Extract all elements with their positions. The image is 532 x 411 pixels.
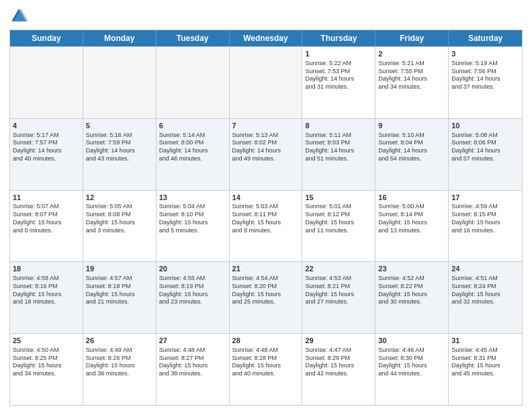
cell-info-line: and 34 minutes. <box>13 370 80 378</box>
cell-info-line: and 51 minutes. <box>305 155 372 163</box>
calendar-header: SundayMondayTuesdayWednesdayThursdayFrid… <box>10 30 522 46</box>
day-number: 17 <box>451 193 519 203</box>
cell-info-line: and 54 minutes. <box>378 155 445 163</box>
header-day-sunday: Sunday <box>10 30 83 46</box>
day-number: 11 <box>13 193 80 203</box>
header <box>9 7 523 26</box>
cell-info-line: Sunrise: 4:45 AM <box>451 347 519 355</box>
cell-info-line: Daylight: 14 hours <box>159 147 226 155</box>
cell-info-line: Daylight: 15 hours <box>451 219 519 227</box>
cell-info-line: Sunset: 8:31 PM <box>451 355 519 363</box>
cell-info-line: Sunrise: 5:07 AM <box>13 203 80 211</box>
cell-info-line: Daylight: 15 hours <box>378 291 445 299</box>
day-number: 19 <box>86 264 153 274</box>
day-cell-10: 10Sunrise: 5:08 AMSunset: 8:06 PMDayligh… <box>449 119 522 190</box>
cell-info-line: Sunrise: 5:13 AM <box>232 132 300 140</box>
cell-info-line: Sunset: 8:30 PM <box>378 355 445 363</box>
cell-info-line: and 36 minutes. <box>86 370 153 378</box>
day-number: 31 <box>451 336 519 346</box>
calendar: SundayMondayTuesdayWednesdayThursdayFrid… <box>9 30 523 406</box>
cell-info-line: Daylight: 14 hours <box>232 147 300 155</box>
cell-info-line: Sunset: 8:21 PM <box>305 283 372 291</box>
day-cell-19: 19Sunrise: 4:57 AMSunset: 8:18 PMDayligh… <box>83 262 157 333</box>
day-cell-11: 11Sunrise: 5:07 AMSunset: 8:07 PMDayligh… <box>10 191 83 262</box>
cell-info-line: Sunset: 8:16 PM <box>13 283 80 291</box>
day-cell-5: 5Sunrise: 5:16 AMSunset: 7:59 PMDaylight… <box>83 119 157 190</box>
day-number: 10 <box>451 121 519 131</box>
cell-info-line: Daylight: 15 hours <box>159 291 226 299</box>
cell-info-line: Daylight: 15 hours <box>13 362 80 370</box>
day-cell-24: 24Sunrise: 4:51 AMSunset: 8:24 PMDayligh… <box>449 262 522 333</box>
header-day-saturday: Saturday <box>449 30 522 46</box>
cell-info-line: Daylight: 15 hours <box>305 362 372 370</box>
cell-info-line: and 11 minutes. <box>305 227 372 235</box>
cell-info-line: Sunset: 8:29 PM <box>305 355 372 363</box>
cell-info-line: Sunrise: 5:11 AM <box>305 132 372 140</box>
cell-info-line: Sunrise: 4:46 AM <box>378 347 445 355</box>
cell-info-line: Daylight: 15 hours <box>378 219 445 227</box>
cell-info-line: Sunrise: 5:08 AM <box>451 132 519 140</box>
cell-info-line: Sunrise: 4:47 AM <box>305 347 372 355</box>
cell-info-line: Daylight: 14 hours <box>378 147 445 155</box>
day-cell-1: 1Sunrise: 5:22 AMSunset: 7:53 PMDaylight… <box>302 47 375 118</box>
cell-info-line: and 0 minutes. <box>13 227 80 235</box>
cell-info-line: Daylight: 15 hours <box>159 362 226 370</box>
cell-info-line: Sunrise: 5:19 AM <box>451 60 519 68</box>
cell-info-line: Sunrise: 4:58 AM <box>13 275 80 283</box>
day-number: 23 <box>378 264 445 274</box>
cell-info-line: Daylight: 15 hours <box>305 219 372 227</box>
cell-info-line: Sunset: 7:59 PM <box>86 139 153 147</box>
calendar-row-1: 1Sunrise: 5:22 AMSunset: 7:53 PMDaylight… <box>10 46 522 118</box>
cell-info-line: Daylight: 15 hours <box>232 219 300 227</box>
day-cell-7: 7Sunrise: 5:13 AMSunset: 8:02 PMDaylight… <box>230 119 303 190</box>
cell-info-line: and 25 minutes. <box>232 298 300 306</box>
day-cell-4: 4Sunrise: 5:17 AMSunset: 7:57 PMDaylight… <box>10 119 83 190</box>
cell-info-line: Sunrise: 5:21 AM <box>378 60 445 68</box>
cell-info-line: and 31 minutes. <box>305 83 372 91</box>
day-number: 18 <box>13 264 80 274</box>
cell-info-line: Sunset: 8:20 PM <box>232 283 300 291</box>
day-cell-23: 23Sunrise: 4:52 AMSunset: 8:22 PMDayligh… <box>375 262 449 333</box>
day-number: 2 <box>378 49 445 59</box>
cell-info-line: Sunrise: 5:00 AM <box>378 203 445 211</box>
cell-info-line: and 44 minutes. <box>378 370 445 378</box>
cell-info-line: and 37 minutes. <box>451 83 519 91</box>
calendar-row-5: 25Sunrise: 4:50 AMSunset: 8:25 PMDayligh… <box>10 333 522 405</box>
cell-info-line: and 32 minutes. <box>451 298 519 306</box>
day-cell-14: 14Sunrise: 5:03 AMSunset: 8:11 PMDayligh… <box>230 191 303 262</box>
cell-info-line: Daylight: 14 hours <box>305 147 372 155</box>
logo <box>9 7 31 26</box>
day-cell-18: 18Sunrise: 4:58 AMSunset: 8:16 PMDayligh… <box>10 262 83 333</box>
cell-info-line: and 16 minutes. <box>451 227 519 235</box>
day-number: 7 <box>232 121 300 131</box>
cell-info-line: and 38 minutes. <box>159 370 226 378</box>
header-day-monday: Monday <box>83 30 157 46</box>
day-number: 21 <box>232 264 300 274</box>
cell-info-line: Daylight: 15 hours <box>86 362 153 370</box>
cell-info-line: Sunset: 7:55 PM <box>378 68 445 76</box>
calendar-body: 1Sunrise: 5:22 AMSunset: 7:53 PMDaylight… <box>10 46 522 405</box>
cell-info-line: Daylight: 15 hours <box>86 219 153 227</box>
cell-info-line: and 46 minutes. <box>159 155 226 163</box>
day-number: 24 <box>451 264 519 274</box>
day-cell-26: 26Sunrise: 4:49 AMSunset: 8:26 PMDayligh… <box>83 334 157 405</box>
cell-info-line: Sunset: 8:08 PM <box>86 211 153 219</box>
cell-info-line: Daylight: 15 hours <box>232 362 300 370</box>
cell-info-line: and 34 minutes. <box>378 83 445 91</box>
cell-info-line: Sunset: 8:15 PM <box>451 211 519 219</box>
day-number: 25 <box>13 336 80 346</box>
day-number: 8 <box>305 121 372 131</box>
day-number: 30 <box>378 336 445 346</box>
header-day-friday: Friday <box>375 30 449 46</box>
cell-info-line: Daylight: 14 hours <box>13 147 80 155</box>
cell-info-line: Sunset: 8:19 PM <box>159 283 226 291</box>
cell-info-line: Sunrise: 4:57 AM <box>86 275 153 283</box>
cell-info-line: and 43 minutes. <box>86 155 153 163</box>
logo-icon <box>9 7 28 26</box>
cell-info-line: Sunset: 8:11 PM <box>232 211 300 219</box>
cell-info-line: Sunrise: 5:22 AM <box>305 60 372 68</box>
day-cell-17: 17Sunrise: 4:59 AMSunset: 8:15 PMDayligh… <box>449 191 522 262</box>
day-cell-20: 20Sunrise: 4:55 AMSunset: 8:19 PMDayligh… <box>157 262 230 333</box>
day-cell-29: 29Sunrise: 4:47 AMSunset: 8:29 PMDayligh… <box>302 334 375 405</box>
day-cell-25: 25Sunrise: 4:50 AMSunset: 8:25 PMDayligh… <box>10 334 83 405</box>
